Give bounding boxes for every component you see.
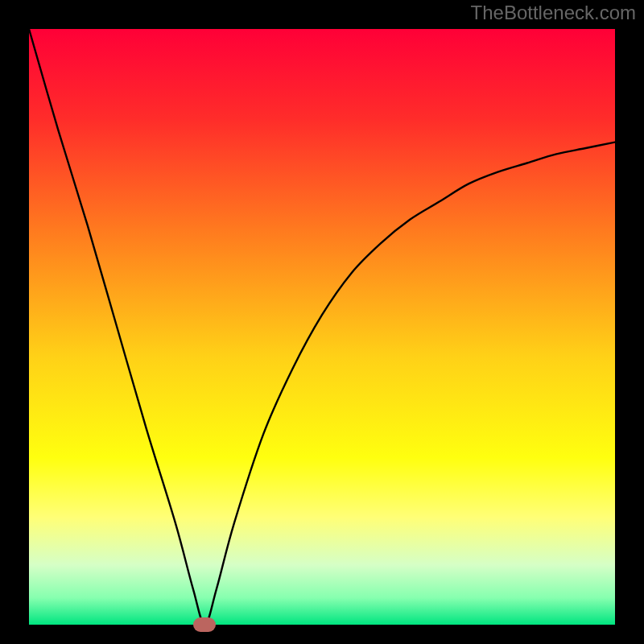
bottleneck-chart bbox=[29, 29, 615, 625]
chart-frame: TheBottleneck.com bbox=[0, 0, 644, 644]
optimum-marker bbox=[193, 617, 216, 632]
watermark-text: TheBottleneck.com bbox=[471, 2, 636, 24]
